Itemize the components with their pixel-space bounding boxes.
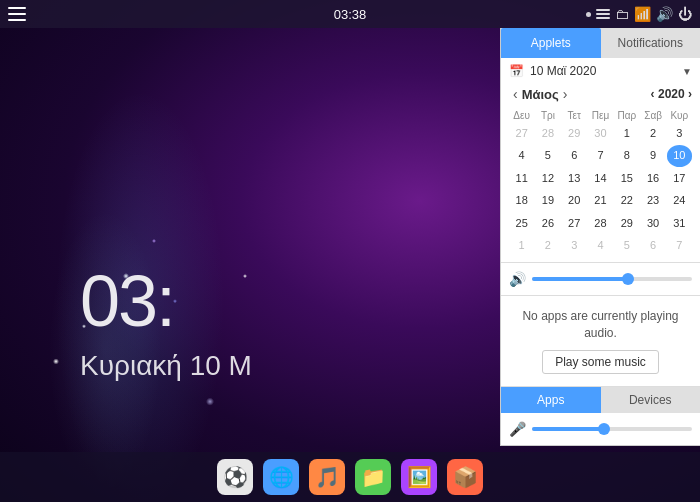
cal-day-30[interactable]: 30 [588, 123, 613, 144]
cal-dropdown-arrow[interactable]: ▼ [682, 66, 692, 77]
mic-row: 🎤 [509, 421, 692, 437]
cal-next-month[interactable]: › [559, 86, 572, 102]
tab-apps[interactable]: Apps [501, 387, 601, 413]
cal-day-headers: Δευ Τρι Τετ Πεμ Παρ Σαβ Κυρ [509, 108, 692, 123]
power-icon[interactable]: ⏻ [678, 6, 692, 22]
calendar-icon: 📅 [509, 64, 524, 78]
panel-popup: Applets Notifications 📅 10 Μαϊ 2020 ▼ ‹ … [500, 28, 700, 446]
mic-slider[interactable] [532, 427, 692, 431]
cal-day-18[interactable]: 18 [509, 190, 534, 211]
cal-day-14[interactable]: 14 [588, 168, 613, 189]
music-icon[interactable]: 🎵 [309, 459, 345, 495]
cal-day-1[interactable]: 1 [614, 123, 639, 144]
desktop-clock: 03: [80, 260, 174, 342]
mic-thumb[interactable] [598, 423, 610, 435]
play-music-button[interactable]: Play some music [542, 350, 659, 374]
col-sat: Σαβ [640, 108, 665, 123]
cal-day-30[interactable]: 30 [640, 213, 665, 234]
clock-time: 03:38 [334, 7, 367, 22]
tab-devices[interactable]: Devices [601, 387, 701, 413]
tab-notifications[interactable]: Notifications [601, 28, 701, 58]
store-icon[interactable]: 📦 [447, 459, 483, 495]
cal-day-3[interactable]: 3 [562, 235, 587, 256]
mic-fill [532, 427, 604, 431]
panel-clock[interactable]: 03:38 [334, 7, 367, 22]
cal-day-17[interactable]: 17 [667, 168, 692, 189]
volume-fill [532, 277, 628, 281]
photos-icon[interactable]: 🖼️ [401, 459, 437, 495]
col-thu: Πεμ [588, 108, 613, 123]
cal-day-19[interactable]: 19 [535, 190, 560, 211]
volume-thumb[interactable] [622, 273, 634, 285]
cal-day-22[interactable]: 22 [614, 190, 639, 211]
folder-icon[interactable]: 🗀 [615, 6, 629, 22]
browser-icon[interactable]: 🌐 [263, 459, 299, 495]
volume-slider[interactable] [532, 277, 692, 281]
cal-day-31[interactable]: 31 [667, 213, 692, 234]
cal-day-28[interactable]: 28 [535, 123, 560, 144]
cal-day-27[interactable]: 27 [509, 123, 534, 144]
col-fri: Παρ [614, 108, 639, 123]
audio-section: 🔊 [501, 263, 700, 296]
desktop-clock-time: 03: [80, 261, 174, 341]
top-panel: 03:38 🗀 📶 🔊 ⏻ [0, 0, 700, 28]
taskbar: ⚽🌐🎵📁🖼️📦 [0, 452, 700, 502]
cal-day-29[interactable]: 29 [562, 123, 587, 144]
cal-day-1[interactable]: 1 [509, 235, 534, 256]
cal-day-6[interactable]: 6 [640, 235, 665, 256]
cal-days-grid: 2728293012345678910111213141516171819202… [509, 123, 692, 256]
cal-day-23[interactable]: 23 [640, 190, 665, 211]
tray-dot1 [586, 12, 591, 17]
desktop-date: Κυριακή 10 Μ [80, 350, 252, 382]
cal-date-selector: 📅 10 Μαϊ 2020 ▼ [509, 64, 692, 78]
cal-year-label: ‹ 2020 › [651, 87, 692, 101]
cal-day-15[interactable]: 15 [614, 168, 639, 189]
cal-day-28[interactable]: 28 [588, 213, 613, 234]
cal-day-27[interactable]: 27 [562, 213, 587, 234]
volume-row: 🔊 [509, 271, 692, 287]
no-apps-message: No apps are currently playing audio. [509, 308, 692, 342]
cal-day-5[interactable]: 5 [614, 235, 639, 256]
menu-icon[interactable] [8, 7, 26, 21]
tab-applets[interactable]: Applets [501, 28, 601, 58]
files-icon[interactable]: 📁 [355, 459, 391, 495]
cal-day-26[interactable]: 26 [535, 213, 560, 234]
cal-day-3[interactable]: 3 [667, 123, 692, 144]
cal-day-7[interactable]: 7 [667, 235, 692, 256]
popup-bottom-tabs: Apps Devices [501, 387, 700, 413]
col-mon: Δευ [509, 108, 534, 123]
cal-day-16[interactable]: 16 [640, 168, 665, 189]
cal-day-2[interactable]: 2 [535, 235, 560, 256]
cal-day-4[interactable]: 4 [509, 145, 534, 166]
cal-day-10[interactable]: 10 [667, 145, 692, 166]
popup-top-tabs: Applets Notifications [501, 28, 700, 58]
cal-day-13[interactable]: 13 [562, 168, 587, 189]
volume-icon[interactable]: 🔊 [656, 6, 673, 22]
desktop-date-text: Κυριακή 10 Μ [80, 350, 252, 381]
cal-day-25[interactable]: 25 [509, 213, 534, 234]
cal-day-11[interactable]: 11 [509, 168, 534, 189]
panel-right: 🗀 📶 🔊 ⏻ [586, 6, 692, 22]
cal-day-9[interactable]: 9 [640, 145, 665, 166]
cal-day-8[interactable]: 8 [614, 145, 639, 166]
cal-day-12[interactable]: 12 [535, 168, 560, 189]
apps-devices-section: 🎤 [501, 413, 700, 445]
cal-day-29[interactable]: 29 [614, 213, 639, 234]
cal-day-6[interactable]: 6 [562, 145, 587, 166]
col-sun: Κυρ [667, 108, 692, 123]
col-wed: Τετ [562, 108, 587, 123]
cal-day-24[interactable]: 24 [667, 190, 692, 211]
cal-day-5[interactable]: 5 [535, 145, 560, 166]
system-icon[interactable]: ⚽ [217, 459, 253, 495]
wifi-icon[interactable]: 📶 [634, 6, 651, 22]
cal-prev-month[interactable]: ‹ [509, 86, 522, 102]
cal-day-2[interactable]: 2 [640, 123, 665, 144]
cal-header: ‹ Μάιος › ‹ 2020 › [509, 86, 692, 102]
cal-day-21[interactable]: 21 [588, 190, 613, 211]
cal-day-4[interactable]: 4 [588, 235, 613, 256]
no-apps-section: No apps are currently playing audio. Pla… [501, 296, 700, 387]
mic-icon: 🎤 [509, 421, 526, 437]
volume-icon-small: 🔊 [509, 271, 526, 287]
cal-day-7[interactable]: 7 [588, 145, 613, 166]
cal-day-20[interactable]: 20 [562, 190, 587, 211]
